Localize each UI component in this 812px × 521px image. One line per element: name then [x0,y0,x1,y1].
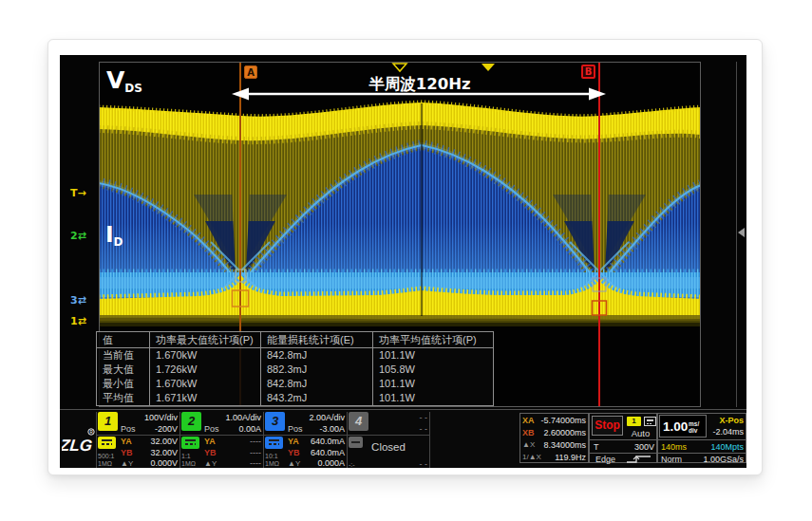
trigger-type: Edge [595,455,615,464]
table-row: 最小值 1.670kW 842.8mJ 101.1W [97,377,493,391]
edge-rising-icon [626,455,652,464]
channel2-position: 0.00A [238,424,261,434]
half-cycle-annotation: 半周波120Hz [368,74,470,95]
acquisition-state-button[interactable]: Stop [592,416,623,436]
id-label: ID [105,222,123,249]
channel2-panel[interactable]: 2 1.00A/div Pos 0.00A YA ---- YB ---- ▲Y… [179,412,263,468]
trigger-panel[interactable]: Stop 1 Auto T 300V Edge [589,413,657,463]
trigger-level-label: T [594,442,599,452]
measurement-stats-table: 值 功率最大值统计项(P) 能量损耗统计项(E) 功率平均值统计项(P) 当前值… [96,331,494,406]
record-window: 140ms [661,442,687,452]
trigger-mode: Auto [625,428,656,438]
cursor-a-tag[interactable]: A [244,65,257,79]
xpos-label: X-Pos [719,416,744,425]
acquire-mode: Norm [661,455,682,464]
channel3-panel[interactable]: 3 2.00A/div Pos -3.00A YA 640.0mA YB 640… [263,412,347,468]
channel2-scale: 1.00A/div [225,413,261,422]
vds-label: VDS [106,66,142,95]
stats-header-energy: 能量损耗统计项(E) [261,332,373,347]
table-row: 当前值 1.670kW 842.8mJ 101.1W [97,348,493,363]
channel1-position: -200V [155,424,178,434]
channel4-number: 4 [349,412,368,431]
sample-rate: 1.00GSa/s [703,455,744,464]
table-row: 最大值 1.726kW 882.3mJ 105.8W [97,363,493,377]
record-points: 140Mpts [710,442,744,452]
channel1-scale: 100V/div [144,413,178,422]
channel2-position-marker[interactable]: 2⇄ [70,230,86,242]
trigger-coupling-icon [644,417,656,426]
channel3-coupling-icon [265,437,283,449]
cursor-b-tag[interactable]: B [581,65,595,79]
timebase-scale-display: 1.00 ms/div [659,415,707,437]
cursor-xa-value: -5.74000ms [540,416,586,425]
channel3-number: 3 [265,412,285,431]
zlg-logo: ZLG R [62,419,98,463]
channel3-position-marker[interactable]: 3⇄ [70,294,86,307]
channel1-position-marker[interactable]: 1⇄ [70,315,86,327]
cursor-xb-value: 2.60000ms [543,428,586,437]
cursor-readout-panel: XA -5.74000ms XB 2.60000ms ▲X 8.34000ms … [519,413,589,463]
channel1-panel[interactable]: 1 100V/div Pos -200V YA 32.00V YB 32.00V… [96,412,179,468]
stats-header-pmax: 功率最大值统计项(P) [150,332,261,347]
channel3-position: -3.00A [319,424,345,434]
table-row: 平均值 1.671kW 843.2mJ 101.1W [97,391,493,405]
channel1-number: 1 [98,412,118,431]
cursor-freq-value: 119.9Hz [555,453,586,462]
stats-header-row: 值 功率最大值统计项(P) 能量损耗统计项(E) 功率平均值统计项(P) [97,332,493,348]
stats-header-pavg: 功率平均值统计项(P) [373,332,493,347]
channel2-coupling-icon [181,437,199,449]
bottom-control-bar: ZLG R 1 100V/div Pos -200V YA 32.00V YB … [60,409,746,468]
right-panel-divider [736,62,737,407]
stats-header-value: 值 [97,332,150,347]
channel1-coupling-icon [98,437,116,449]
svg-text:ZLG: ZLG [62,437,93,455]
trigger-level-value: 300V [634,442,654,452]
channel2-number: 2 [181,412,201,431]
trigger-source-badge: 1 [627,417,641,426]
channel4-panel[interactable]: 4 - - - - Closed -:- - - [347,412,430,468]
menu-collapse-arrow-icon[interactable] [738,228,745,237]
oscilloscope-screen: VDS ID 半周波120Hz A B T→ 2⇄ 3⇄ 1⇄ 值 功率最大值统… [60,55,746,468]
timebase-panel[interactable]: 1.00 ms/div X-Pos -2.04ms 140ms 140Mpts … [657,413,746,463]
xpos-value: -2.04ms [712,427,744,437]
screenshot-card: VDS ID 半周波120Hz A B T→ 2⇄ 3⇄ 1⇄ 值 功率最大值统… [47,39,763,475]
cursor-dx-value: 8.34000ms [543,440,586,450]
channel3-scale: 2.00A/div [309,413,345,422]
trigger-level-marker[interactable]: T→ [70,187,86,199]
channel4-status: Closed [348,441,429,453]
